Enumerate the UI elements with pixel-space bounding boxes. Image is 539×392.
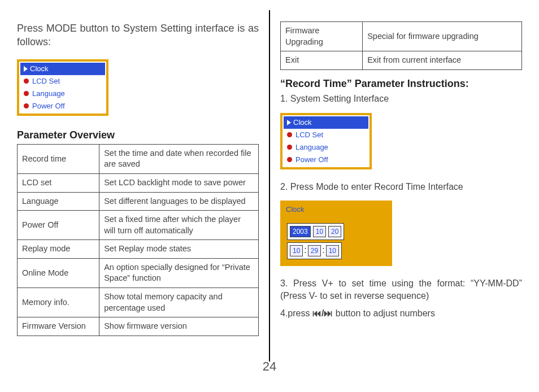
param-name: Firmware Version — [18, 317, 99, 336]
date-row: 20031020 — [287, 223, 344, 240]
menu-item-clock: Clock — [20, 63, 105, 75]
menu-label: Power Off — [32, 101, 65, 111]
param-desc: An option specially designed for “Privat… — [99, 258, 259, 288]
param-desc: Set a fixed time after which the player … — [99, 211, 259, 240]
param-name: Online Mode — [18, 258, 99, 288]
table-row: Memory info.Show total memory capacity a… — [18, 288, 259, 317]
param-desc: Set different languages to be displayed — [99, 192, 259, 211]
table-row: Firmware VersionShow firmware version — [18, 317, 259, 336]
clock-titlebar: Clock — [282, 203, 390, 219]
bullet-icon — [24, 103, 29, 108]
day-field: 20 — [328, 226, 341, 237]
param-name: Exit — [281, 51, 363, 70]
step-4-prefix: 4.press — [280, 308, 312, 318]
menu-item-poweroff: Power Off — [20, 100, 105, 112]
second-field: 10 — [326, 245, 339, 256]
clock-interface-screenshot: Clock 20031020 10:29:10 — [280, 201, 392, 266]
step-4-suffix: button to adjust numbers — [333, 308, 435, 318]
menu-item-language: Language — [284, 141, 368, 154]
two-column-layout: Press MODE button to System Setting inte… — [0, 0, 539, 361]
param-desc: Show total memory capacity and percentag… — [99, 288, 259, 317]
selected-arrow-icon — [287, 120, 291, 125]
menu-label: Language — [295, 142, 328, 153]
table-row: LCD setSet LCD backlight mode to save po… — [18, 174, 259, 193]
clock-body: 20031020 10:29:10 — [282, 219, 390, 264]
step-3: 3. Press V+ to set time using the format… — [280, 277, 522, 302]
selected-arrow-icon — [24, 66, 28, 72]
menu-item-clock: Clock — [284, 116, 368, 129]
system-setting-screenshot: Clock LCD Set Language Power Off — [17, 59, 108, 116]
param-name: Power Off — [18, 211, 99, 240]
param-name: Replay mode — [18, 240, 99, 259]
menu-item-language: Language — [20, 88, 105, 100]
parameter-overview-heading: Parameter Overview — [17, 128, 259, 142]
table-row: Record timeSet the time and date when re… — [18, 144, 259, 173]
param-desc: Exit from current interface — [363, 51, 522, 70]
hour-field: 10 — [290, 245, 303, 256]
menu-item-lcdset: LCD Set — [284, 129, 368, 141]
param-desc: Set LCD backlight mode to save power — [99, 174, 259, 193]
parameter-overview-table: Record timeSet the time and date when re… — [17, 144, 259, 336]
menu-label: LCD Set — [295, 130, 323, 140]
manual-page: Press MODE button to System Setting inte… — [0, 0, 539, 392]
month-field: 10 — [313, 226, 326, 237]
param-name: Memory info. — [18, 288, 99, 317]
menu-label: Language — [32, 89, 65, 99]
step-4: 4.press ⏮/⏭ button to adjust numbers — [280, 307, 522, 320]
table-row: Power OffSet a fixed time after which th… — [18, 211, 259, 240]
bullet-icon — [287, 132, 292, 137]
param-name: Record time — [18, 144, 99, 173]
step-1: 1. System Setting Interface — [280, 93, 522, 105]
menu-item-poweroff: Power Off — [284, 154, 368, 166]
system-setting-screenshot-2: Clock LCD Set Language Power Off — [280, 113, 372, 169]
minute-field: 29 — [308, 245, 321, 256]
table-row: Online ModeAn option specially designed … — [18, 258, 259, 288]
param-desc: Set the time and date when recorded file… — [99, 144, 259, 173]
menu-item-lcdset: LCD Set — [20, 75, 105, 88]
menu-label: Clock — [293, 117, 312, 128]
record-time-heading: “Record Time” Parameter Instructions: — [280, 77, 522, 90]
table-row: ExitExit from current interface — [281, 51, 522, 70]
param-name: LCD set — [18, 174, 99, 193]
table-row: Replay modeSet Replay mode states — [18, 240, 259, 259]
param-name: Firmware Upgrading — [281, 22, 363, 51]
intro-text: Press MODE button to System Setting inte… — [17, 21, 259, 49]
prev-next-icon: ⏮/⏭ — [312, 308, 333, 318]
menu-label: LCD Set — [32, 76, 60, 86]
param-desc: Special for firmware upgrading — [363, 22, 522, 51]
year-field: 2003 — [290, 226, 311, 237]
bullet-icon — [287, 145, 292, 150]
param-desc: Show firmware version — [99, 317, 259, 336]
table-row: Firmware UpgradingSpecial for firmware u… — [281, 22, 522, 51]
param-name: Language — [18, 192, 99, 211]
bullet-icon — [287, 157, 292, 162]
left-column: Press MODE button to System Setting inte… — [17, 10, 269, 361]
menu-label: Power Off — [295, 155, 328, 165]
time-row: 10:29:10 — [287, 242, 342, 259]
bullet-icon — [24, 91, 29, 96]
step-2: 2. Press Mode to enter Record Time Inter… — [280, 181, 522, 193]
bullet-icon — [24, 79, 29, 84]
parameter-overview-table-continued: Firmware UpgradingSpecial for firmware u… — [280, 21, 522, 70]
right-column: Firmware UpgradingSpecial for firmware u… — [269, 10, 522, 361]
clock-panel: Clock 20031020 10:29:10 — [282, 203, 390, 264]
param-desc: Set Replay mode states — [99, 240, 259, 259]
menu-label: Clock — [30, 64, 49, 74]
table-row: LanguageSet different languages to be di… — [18, 192, 259, 211]
